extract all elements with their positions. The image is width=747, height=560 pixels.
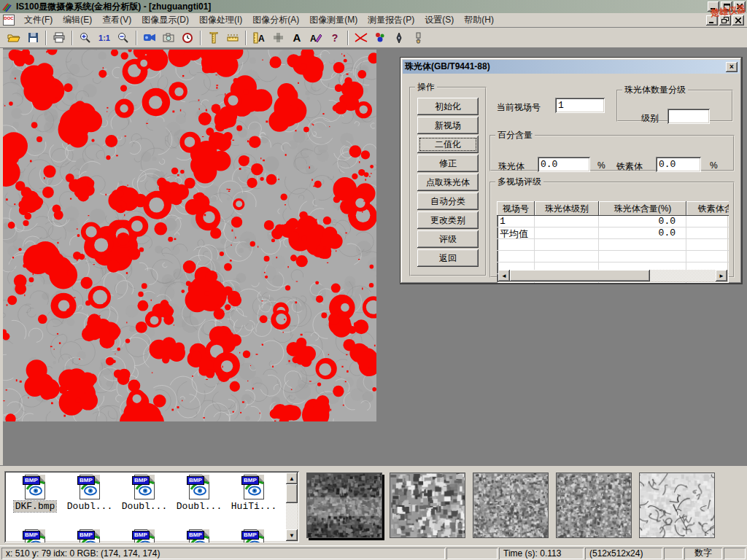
scroll-down-button[interactable]: ▼ — [286, 529, 298, 541]
op-button-0[interactable]: 初始化 — [417, 98, 479, 115]
table-row[interactable] — [497, 239, 729, 251]
file-name[interactable]: HuiTi... — [230, 501, 278, 512]
file-item-DKF.bmp[interactable]: BMPDKF.bmp — [9, 475, 61, 512]
menu-item-4[interactable]: 图像处理(I) — [194, 12, 247, 28]
menu-item-8[interactable]: 设置(S) — [419, 12, 459, 28]
toolbar-separator — [136, 31, 137, 45]
menu-item-6[interactable]: 图像测量(M) — [304, 12, 363, 28]
micro-thumbnail-1[interactable] — [306, 472, 382, 538]
menu-item-7[interactable]: 测量报告(P) — [363, 12, 419, 28]
print-button[interactable] — [50, 29, 69, 47]
micro-thumbnail-4[interactable] — [556, 472, 632, 538]
close-button[interactable] — [734, 1, 746, 12]
scroll-right-button[interactable]: ► — [716, 270, 727, 281]
video-capture-button[interactable] — [140, 29, 159, 47]
timer-button[interactable] — [178, 29, 197, 47]
maximize-button[interactable] — [721, 1, 732, 12]
brush-button[interactable] — [409, 29, 427, 47]
table-column-header[interactable]: 珠光体级别 — [535, 201, 599, 216]
child-minimize-button[interactable] — [706, 15, 718, 26]
caliper-button[interactable] — [204, 29, 223, 47]
annotate-button[interactable]: A — [306, 29, 325, 47]
file-name[interactable]: Doubl... — [66, 501, 114, 512]
micro-thumbnail-5[interactable] — [639, 472, 715, 538]
file-list-scrollbar[interactable]: ▲ ▼ — [286, 472, 298, 541]
table-column-header[interactable]: 铁素体含量(%) — [686, 201, 729, 216]
file-item-Doubl...[interactable]: BMPDoubl... — [173, 475, 225, 512]
scrollbar-thumb[interactable] — [510, 270, 650, 281]
file-name[interactable]: Doubl... — [120, 501, 169, 512]
dialog-close-button[interactable]: × — [726, 62, 738, 72]
op-button-6[interactable]: 更改类别 — [417, 211, 479, 229]
table-cell: 平均值 — [497, 228, 535, 238]
scrollbar-thumb[interactable] — [286, 484, 298, 503]
file-item-HuiTi...[interactable]: BMPHuiTi... — [228, 475, 280, 512]
scroll-left-button[interactable]: ◄ — [498, 270, 510, 281]
table-cell — [535, 216, 599, 227]
op-button-8[interactable]: 返回 — [417, 249, 479, 267]
table-row[interactable]: 平均值0.0 — [497, 228, 729, 239]
pearlite-percent-input[interactable] — [538, 157, 590, 172]
menu-item-3[interactable]: 图像显示(D) — [136, 12, 194, 28]
micro-thumbnail-2[interactable] — [390, 472, 465, 538]
table-h-scrollbar[interactable]: ◄ ► — [498, 270, 727, 281]
particle-count-button[interactable] — [371, 29, 390, 47]
op-button-7[interactable]: 评级 — [417, 230, 479, 248]
ruler-button[interactable] — [223, 29, 242, 47]
table-cell — [599, 239, 686, 250]
annotate-icon: A — [310, 32, 322, 43]
table-column-header[interactable]: 珠光体含量(%) — [599, 201, 686, 216]
pen-button[interactable] — [390, 29, 409, 47]
menu-item-9[interactable]: 帮助(H) — [459, 12, 499, 28]
menu-item-1[interactable]: 编辑(E) — [58, 12, 97, 28]
bmp-badge: BMP — [241, 531, 259, 540]
rating-table[interactable]: 视场号珠光体级别珠光体含量(%)铁素体含量(%) 10.0平均值0.0 ◄ ► — [497, 201, 729, 283]
grade-group: 珠光体数量分级 级别 — [616, 84, 733, 122]
actual-size-button[interactable]: 1:1 — [95, 29, 114, 47]
op-button-1[interactable]: 新视场 — [417, 117, 479, 134]
save-button[interactable] — [23, 29, 42, 47]
text-button[interactable]: A — [287, 29, 306, 47]
child-restore-button[interactable] — [719, 15, 731, 26]
help-button[interactable]: ? — [325, 29, 344, 47]
micro-thumbnail-3[interactable] — [473, 472, 549, 538]
file-item[interactable]: BMP — [173, 529, 225, 542]
menu-item-0[interactable]: 文件(F) — [19, 12, 58, 28]
child-close-button[interactable] — [732, 15, 744, 26]
snapshot-button[interactable] — [159, 29, 178, 47]
file-item-Doubl...[interactable]: BMPDoubl... — [63, 475, 116, 512]
menu-item-5[interactable]: 图像分析(A) — [247, 12, 304, 28]
zoom-out-button[interactable] — [114, 29, 133, 47]
current-field-input[interactable] — [555, 98, 605, 113]
document-icon[interactable]: DOC — [3, 15, 15, 26]
op-button-5[interactable]: 自动分类 — [417, 192, 479, 210]
file-browser[interactable]: BMPDKF.bmpBMPDoubl...BMPDoubl...BMPDoubl… — [4, 471, 299, 542]
zoom-in-button[interactable] — [76, 29, 95, 47]
dialog-title-bar[interactable]: 珠光体(GB/T9441-88) × — [403, 60, 740, 74]
file-name[interactable]: DKF.bmp — [14, 501, 57, 512]
curve-tool-button[interactable] — [352, 29, 371, 47]
file-name[interactable]: Doubl... — [175, 501, 223, 512]
table-cell: 0.0 — [599, 216, 686, 227]
table-column-header[interactable]: 视场号 — [497, 201, 535, 216]
table-row[interactable] — [497, 251, 729, 262]
file-item[interactable]: BMP — [228, 529, 280, 542]
ferrite-percent-input[interactable] — [656, 157, 701, 172]
minimize-button[interactable] — [708, 1, 719, 12]
file-item[interactable]: BMP — [9, 529, 61, 542]
op-button-2[interactable]: 二值化 — [417, 136, 479, 153]
file-item-Doubl...[interactable]: BMPDoubl... — [118, 475, 171, 512]
op-button-4[interactable]: 点取珠光体 — [417, 174, 479, 191]
bmp-badge: BMP — [132, 476, 150, 485]
open-button[interactable] — [4, 29, 23, 47]
file-item[interactable]: BMP — [118, 529, 171, 542]
micro-image[interactable] — [3, 50, 376, 421]
file-item[interactable]: BMP — [63, 529, 116, 542]
table-row[interactable]: 10.0 — [497, 216, 729, 228]
scroll-up-button[interactable]: ▲ — [286, 472, 298, 484]
measure-text-button[interactable]: A — [249, 29, 268, 47]
menu-item-2[interactable]: 查看(V) — [97, 12, 136, 28]
grid-count-button[interactable] — [268, 29, 287, 47]
grade-input[interactable] — [667, 109, 710, 124]
op-button-3[interactable]: 修正 — [417, 155, 479, 172]
